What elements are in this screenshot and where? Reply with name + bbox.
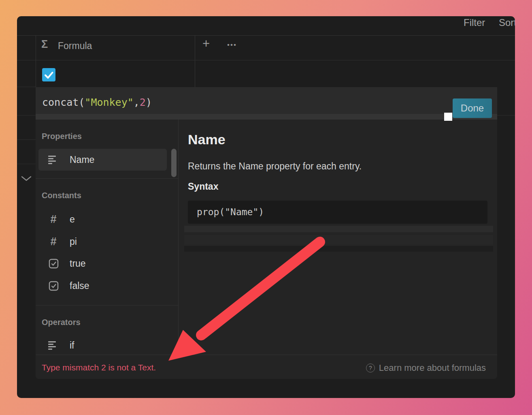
example-row: [184, 226, 493, 232]
table-row-line: [17, 139, 36, 140]
list-item-label: if: [70, 340, 74, 351]
list-item-false[interactable]: false: [38, 275, 167, 297]
syntax-heading: Syntax: [188, 181, 218, 192]
formula-bar-resize-strip: [36, 114, 497, 120]
detail-title: Name: [188, 132, 226, 148]
section-title-operators: Operators: [42, 317, 81, 327]
list-item-e[interactable]: # e: [38, 208, 167, 230]
table-more-button[interactable]: •••: [227, 41, 237, 49]
filter-button[interactable]: Filter: [464, 17, 485, 28]
learn-more-link[interactable]: ? Learn more about formulas: [366, 363, 486, 373]
code-function: concat(: [42, 96, 85, 108]
section-divider: [36, 178, 178, 179]
example-row: [184, 235, 493, 245]
table-row-line: [17, 164, 36, 164]
cursor-handle[interactable]: [444, 113, 452, 121]
detail-description: Returns the Name property for each entry…: [188, 161, 362, 172]
hash-icon: #: [48, 236, 59, 247]
add-column-button[interactable]: +: [202, 36, 210, 51]
list-item-if[interactable]: if: [38, 334, 167, 356]
list-item-true[interactable]: true: [38, 252, 167, 274]
text-lines-icon: [48, 340, 59, 351]
header-row-border: [17, 60, 515, 60]
list-item-label: Name: [70, 154, 94, 165]
hash-icon: #: [48, 214, 59, 225]
error-message: Type mismatch 2 is not a Text.: [42, 363, 156, 372]
desktop-background: Filter Sort Σ Formula + ••• concat("Monk…: [0, 0, 532, 415]
list-item-label: false: [70, 280, 89, 291]
text-lines-icon: [48, 154, 59, 165]
formula-column-header[interactable]: Formula: [58, 41, 92, 51]
section-title-constants: Constants: [42, 190, 81, 201]
formula-code: concat("Monkey",2): [42, 96, 152, 108]
table-top-border: [17, 35, 515, 36]
notion-window: Filter Sort Σ Formula + ••• concat("Monk…: [17, 16, 515, 398]
check-icon: [42, 68, 55, 81]
checkbox-icon: [48, 281, 59, 291]
done-button[interactable]: Done: [453, 98, 492, 118]
code-number: 2: [140, 96, 146, 108]
list-item-label: true: [70, 258, 86, 269]
row-checkbox[interactable]: [42, 68, 55, 81]
question-circle-icon: ?: [366, 364, 375, 372]
formula-column-divider[interactable]: [195, 35, 195, 87]
formula-type-icon: Σ: [41, 38, 48, 51]
checkbox-icon: [48, 259, 59, 269]
table-row-line: [17, 115, 36, 116]
syntax-code-block[interactable]: prop("Name"): [188, 201, 487, 224]
chevron-down-icon[interactable]: [21, 176, 32, 182]
table-row-line: [497, 115, 515, 116]
section-divider: [36, 305, 178, 306]
code-comma: ,: [134, 96, 140, 108]
list-item-label: e: [70, 214, 75, 225]
example-row: [184, 246, 493, 252]
list-item-name[interactable]: Name: [38, 149, 167, 171]
list-item-label: pi: [70, 236, 77, 247]
code-string: "Monkey": [85, 96, 133, 108]
syntax-code: prop("Name"): [197, 201, 264, 224]
table-row-line: [17, 87, 36, 87]
panel-divider: [178, 120, 179, 355]
code-close-paren: ): [146, 96, 152, 108]
sort-button[interactable]: Sort: [499, 17, 515, 28]
formula-helper-popup: Properties Name Constants # e # pi: [36, 120, 497, 379]
learn-more-label: Learn more about formulas: [379, 363, 486, 373]
list-scrollbar[interactable]: [171, 149, 177, 177]
list-item-pi[interactable]: # pi: [38, 231, 167, 252]
section-title-properties: Properties: [42, 131, 82, 141]
formula-input[interactable]: concat("Monkey",2): [36, 87, 497, 120]
footer-divider: [36, 355, 497, 355]
